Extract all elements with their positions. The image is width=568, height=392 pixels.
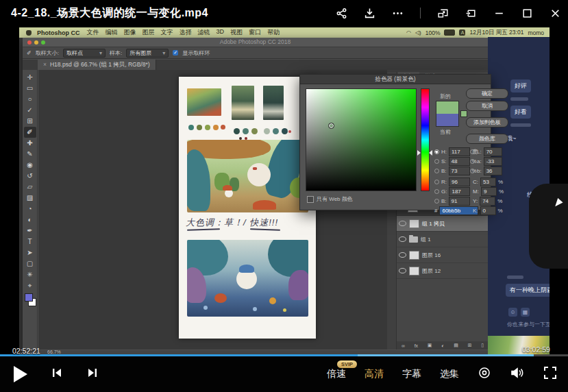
close-icon[interactable] — [550, 8, 561, 19]
s-field[interactable]: 48 — [449, 157, 470, 166]
fullscreen-button[interactable] — [543, 366, 557, 382]
h-radio[interactable] — [434, 149, 439, 154]
zoom-level[interactable]: 66.7% — [47, 350, 61, 354]
layer-row[interactable]: 图层 12 — [397, 263, 489, 279]
dock-to-side-icon[interactable] — [465, 8, 477, 19]
l-radio[interactable] — [470, 149, 475, 154]
link-layers-icon[interactable]: ∞ — [402, 343, 405, 348]
color-sample-marker[interactable] — [328, 123, 334, 129]
path-select-tool-icon[interactable]: ➤ — [24, 247, 36, 258]
b-field[interactable]: 73 — [449, 167, 470, 175]
h-field[interactable]: 117 — [449, 147, 470, 156]
volume-icon[interactable]: ◁) — [415, 29, 421, 36]
layer-mask-icon[interactable]: ▣ — [428, 343, 432, 348]
layer-thumbnail[interactable] — [409, 251, 419, 260]
emoji-picker-icon[interactable]: ☺ — [508, 308, 517, 317]
web-only-checkbox[interactable] — [307, 196, 314, 203]
dodge-tool-icon[interactable]: ◐ — [24, 215, 36, 225]
l-field[interactable]: 70 — [484, 147, 502, 156]
volume-button[interactable] — [510, 366, 525, 382]
layer-name[interactable]: 组 1 — [421, 236, 431, 243]
layer-effects-icon[interactable]: fx — [415, 343, 418, 348]
layer-row[interactable]: 图层 16 — [397, 247, 489, 263]
image-upload-icon[interactable]: ▦ — [521, 308, 530, 317]
subtitle-button[interactable]: 字幕 — [402, 368, 421, 380]
b-blue-field[interactable]: 91 — [449, 197, 470, 206]
b-blue-radio[interactable] — [434, 199, 439, 204]
eyedropper-tool-icon[interactable]: ✐ — [24, 127, 36, 138]
previous-button[interactable] — [51, 367, 63, 382]
layer-row[interactable]: 组 1 拷贝 — [397, 216, 489, 232]
sample-size-dropdown[interactable]: 取样点▾ — [63, 49, 106, 58]
history-brush-tool-icon[interactable]: ↺ — [24, 171, 36, 182]
next-button[interactable] — [86, 367, 99, 382]
pen-tool-icon[interactable]: ✒ — [24, 225, 36, 236]
y-field[interactable]: 74 — [480, 197, 495, 206]
new-group-icon[interactable]: ▤ — [454, 343, 458, 348]
foreground-background-swatches[interactable] — [24, 293, 36, 306]
minimize-icon[interactable] — [493, 8, 505, 19]
healing-tool-icon[interactable]: ✚ — [24, 138, 36, 149]
menubar-item-视图[interactable]: 视图 — [230, 28, 243, 37]
menubar-item-选择[interactable]: 选择 — [180, 28, 192, 37]
layer-name[interactable]: 组 1 拷贝 — [422, 220, 445, 228]
cancel-button[interactable]: 取消 — [466, 101, 508, 111]
menubar-item-文件[interactable]: 文件 — [87, 28, 99, 37]
s-radio[interactable] — [434, 159, 439, 164]
a-field[interactable]: -33 — [484, 157, 502, 166]
layer-thumbnail[interactable] — [409, 267, 419, 275]
input-method-badge[interactable]: A — [459, 29, 465, 36]
minimize-traffic-light[interactable] — [34, 40, 38, 45]
menubar-item-文字[interactable]: 文字 — [161, 28, 173, 37]
hue-slider[interactable] — [421, 88, 430, 191]
playlist-button[interactable]: 选集 — [440, 368, 459, 380]
lab-b-radio[interactable] — [470, 169, 475, 173]
new-layer-icon[interactable]: ⊞ — [468, 343, 472, 348]
layer-name[interactable]: 图层 16 — [422, 252, 441, 259]
layer-name[interactable]: 图层 12 — [422, 267, 441, 275]
maximize-icon[interactable] — [521, 8, 533, 19]
c-field[interactable]: 53 — [480, 177, 496, 186]
tab-close-icon[interactable]: × — [43, 61, 47, 68]
color-libraries-button[interactable]: 颜色库 — [466, 134, 508, 144]
close-traffic-light[interactable] — [27, 40, 32, 45]
menubar-user[interactable]: momo — [528, 29, 544, 36]
show-sampling-ring-checkbox[interactable]: ✓ — [173, 50, 178, 56]
menubar-item-图层[interactable]: 图层 — [143, 28, 155, 37]
brush-tool-icon[interactable]: ✎ — [24, 149, 36, 160]
g-radio[interactable] — [434, 189, 439, 194]
lab-b-field[interactable]: 36 — [484, 167, 502, 175]
blur-tool-icon[interactable]: ◔ — [24, 204, 36, 215]
layer-thumbnail[interactable] — [409, 219, 419, 228]
sample-dropdown[interactable]: 所有图层▾ — [126, 49, 169, 58]
type-tool-icon[interactable]: T — [24, 236, 36, 247]
share-icon[interactable] — [336, 8, 347, 19]
zoom-traffic-light[interactable] — [41, 40, 45, 45]
picture-in-picture-icon[interactable] — [437, 8, 449, 19]
layer-visibility-icon[interactable] — [399, 221, 406, 226]
k-field[interactable]: 0 — [480, 206, 496, 215]
quality-button[interactable]: 高清 — [365, 368, 384, 380]
color-picker-title[interactable]: 拾色器 (前景色) — [300, 75, 491, 84]
gradient-tool-icon[interactable]: ▨ — [24, 193, 36, 204]
hue-slider-arrow-left[interactable] — [417, 150, 421, 156]
menubar-item-编辑[interactable]: 编辑 — [106, 28, 118, 37]
apple-menu-icon[interactable] — [26, 30, 32, 36]
playback-speed-button[interactable]: SVIP 倍速 — [327, 368, 346, 380]
quick-select-tool-icon[interactable]: ✓ — [24, 105, 36, 116]
seek-bar[interactable] — [0, 354, 568, 356]
zoom-tool-icon[interactable]: ⌖ — [24, 280, 36, 291]
saturation-brightness-field[interactable] — [306, 88, 417, 191]
clone-stamp-tool-icon[interactable]: ◉ — [24, 160, 36, 171]
b-radio[interactable] — [434, 169, 439, 173]
marquee-tool-icon[interactable]: ▭ — [24, 83, 36, 94]
a-radio[interactable] — [470, 159, 475, 164]
add-to-swatches-button[interactable]: 添加到色板 — [466, 117, 508, 127]
eraser-tool-icon[interactable]: ▱ — [24, 182, 36, 193]
hue-slider-arrow-right[interactable] — [429, 150, 432, 156]
layer-visibility-icon[interactable] — [399, 236, 406, 242]
layer-visibility-icon[interactable] — [399, 252, 406, 258]
cast-icon[interactable] — [478, 366, 491, 382]
play-button[interactable] — [14, 366, 27, 382]
m-field[interactable]: 9 — [481, 187, 497, 196]
